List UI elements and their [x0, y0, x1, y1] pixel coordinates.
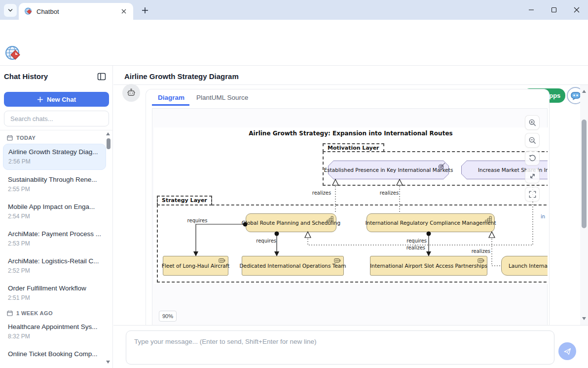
- assistant-avatar: [122, 84, 140, 102]
- capability-icon: [327, 215, 333, 222]
- section-label-week: 1 WEEK AGO: [7, 310, 113, 316]
- diagram-canvas[interactable]: Airline Growth Strategy: Expansion into …: [154, 127, 548, 284]
- tab-title: Chatbot: [37, 8, 119, 15]
- fit-view-button[interactable]: [525, 168, 540, 183]
- zoom-out-icon: [528, 136, 537, 145]
- page-title: Airline Growth Strategy Diagram: [124, 72, 239, 81]
- sidebar-scrollbar-thumb[interactable]: [107, 138, 110, 149]
- goal-icon: [438, 163, 445, 170]
- chat-history-list: TODAY Airline Growth Strategy Diag... 2:…: [0, 130, 113, 368]
- title-divider: [113, 84, 588, 85]
- group-label-strategy: Strategy Layer: [157, 196, 212, 205]
- plus-icon: [37, 96, 43, 103]
- send-button[interactable]: [558, 342, 576, 360]
- scroll-down-icon[interactable]: [582, 317, 586, 320]
- diagram-node-resource[interactable]: Fleet of Long-Haul Aircraft: [163, 256, 228, 276]
- browser-tab-strip: Chatbot: [0, 0, 588, 20]
- browser-tab[interactable]: Chatbot: [19, 3, 133, 20]
- new-chat-button[interactable]: New Chat: [4, 92, 109, 107]
- expand-arrows-icon: [528, 172, 537, 180]
- search-input[interactable]: [4, 111, 109, 126]
- chat-history-item[interactable]: Mobile App Impact on Enga... 2:54 PM: [3, 199, 106, 224]
- edge-label: realizes: [466, 248, 490, 254]
- fullscreen-button[interactable]: [525, 187, 540, 202]
- tab-close-icon[interactable]: [119, 7, 128, 16]
- chat-history-item[interactable]: ArchiMate: Payment Process ... 2:53 PM: [3, 226, 106, 251]
- section-label-today: TODAY: [7, 135, 113, 141]
- edge-label: requires: [252, 238, 276, 244]
- capability-icon: [485, 215, 492, 222]
- edge-label: requires: [402, 238, 427, 244]
- fullscreen-icon: [528, 190, 537, 199]
- edge-label: in: [541, 214, 545, 219]
- chat-history-item[interactable]: Online Ticket Booking Comp...: [3, 346, 106, 362]
- zoom-in-button[interactable]: [525, 115, 540, 130]
- reset-icon: [528, 154, 537, 163]
- edge-label: realizes: [375, 190, 403, 196]
- sidebar: Chat History New Chat TODAY Airline Grow…: [0, 66, 113, 368]
- zoom-level-badge[interactable]: 90%: [159, 311, 177, 322]
- diagram-node-capability[interactable]: Global Route Planning and Scheduling: [246, 213, 336, 232]
- resource-icon: [334, 258, 341, 263]
- window-close-button[interactable]: [565, 0, 588, 20]
- message-input[interactable]: [126, 330, 554, 365]
- resource-icon: [478, 258, 484, 263]
- search-chats-field[interactable]: [4, 111, 109, 126]
- zoom-in-icon: [528, 119, 537, 127]
- diagram-title: Airline Growth Strategy: Expansion into …: [154, 130, 548, 137]
- new-tab-button[interactable]: [139, 4, 151, 16]
- tab-search-button[interactable]: [4, 4, 17, 17]
- send-plane-icon: [563, 347, 572, 356]
- robot-icon: [126, 88, 136, 98]
- chat-history-item[interactable]: Airline Growth Strategy Diag... 2:56 PM: [3, 144, 106, 170]
- main-scrollbar-thumb[interactable]: [582, 120, 587, 228]
- app-header: Chatbot Powered by Visual Paradigm More …: [0, 42, 588, 66]
- active-tab-underline: [152, 104, 189, 106]
- sidebar-scroll-up-icon[interactable]: [106, 132, 110, 135]
- calendar-icon: [7, 135, 13, 141]
- diagram-node-resource[interactable]: International Airport Slot Access Partne…: [370, 256, 487, 276]
- app-window: Chatbot: [0, 0, 588, 368]
- edge-label: requires: [184, 218, 211, 223]
- calendar-icon: [7, 310, 13, 316]
- chat-history-item[interactable]: Sustainability Through Rene... 2:55 PM: [3, 172, 106, 197]
- visual-paradigm-logo: [5, 45, 23, 63]
- window-minimize-button[interactable]: [520, 0, 543, 20]
- tab-plantuml-source[interactable]: PlantUML Source: [196, 94, 248, 101]
- diagram-node-resource[interactable]: Dedicated International Operations Team: [242, 256, 344, 276]
- tab-diagram[interactable]: Diagram: [158, 94, 184, 101]
- message-composer: [113, 325, 588, 368]
- edge-label: realizes: [308, 190, 335, 196]
- diagram-node-goal[interactable]: Established Presence in Key Internationa…: [328, 161, 449, 179]
- chat-history-item[interactable]: Order Fulfillment Workflow 2:51 PM: [3, 281, 106, 306]
- edge-label: realizes: [401, 245, 425, 250]
- resource-icon: [219, 258, 225, 263]
- scroll-up-icon[interactable]: [582, 90, 586, 93]
- chat-history-item[interactable]: Healthcare Appointment Sys... 8:32 PM: [3, 319, 106, 344]
- group-label-motivation: Motivation Layer: [323, 143, 384, 152]
- reset-view-button[interactable]: [525, 151, 540, 165]
- site-favicon: [25, 7, 33, 15]
- chevron-down-icon: [7, 7, 13, 13]
- diagram-node-course-of-action[interactable]: Launch Internatio: [501, 256, 548, 276]
- chat-history-item[interactable]: ArchiMate: Logistics-Retail C... 2:52 PM: [3, 253, 106, 279]
- sidebar-scroll-down-icon[interactable]: [106, 361, 110, 364]
- zoom-out-button[interactable]: [525, 133, 540, 148]
- browser-toolbar: ai-toolbox.visual-paradigm.com/app/chatb…: [0, 20, 588, 42]
- diagram-node-capability[interactable]: International Regulatory Compliance Mana…: [367, 213, 495, 232]
- sidebar-title: Chat History: [4, 72, 48, 81]
- window-maximize-button[interactable]: [543, 0, 565, 20]
- sidebar-collapse-icon[interactable]: [97, 72, 106, 81]
- new-chat-label: New Chat: [47, 96, 76, 103]
